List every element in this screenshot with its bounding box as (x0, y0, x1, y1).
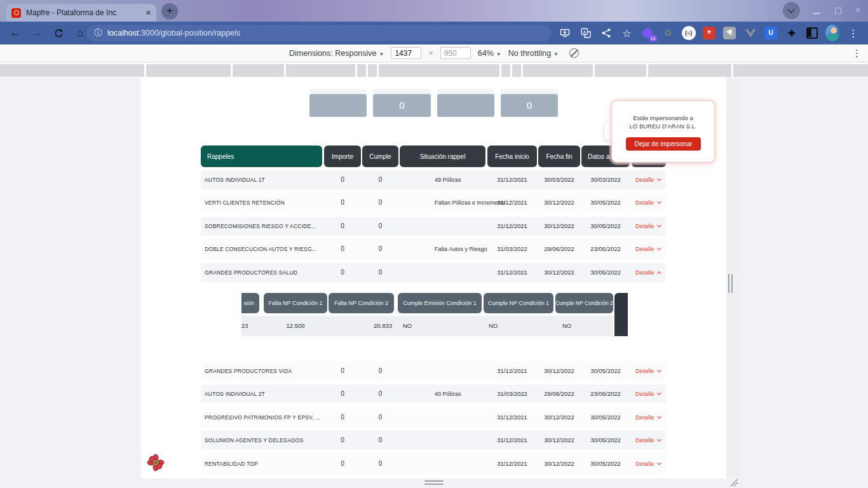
subtable-cell: NO (489, 316, 498, 336)
cell-name: SOLUNION AGENTES Y DELEGADOS (205, 431, 324, 450)
detalle-button[interactable]: Detalle (635, 263, 666, 282)
summary-box (437, 94, 494, 117)
column-header-situacion[interactable]: Situación rappel (400, 146, 485, 167)
rotate-disabled-icon[interactable] (569, 48, 579, 58)
zoom-dropdown[interactable]: 64%▼ (478, 49, 501, 58)
extension-pin-icon[interactable]: 11 (641, 26, 654, 40)
cell-importe: 0 (324, 454, 361, 473)
media-query-segment[interactable] (595, 64, 646, 77)
bookmark-star-icon[interactable]: ☆ (620, 26, 634, 40)
cell-fecha-fin: 29/06/2022 (538, 240, 580, 259)
media-query-segment[interactable] (523, 64, 593, 77)
viewport-resize-corner[interactable] (728, 477, 738, 487)
browser-menu-icon[interactable]: ⋮ (846, 26, 860, 40)
detalle-button[interactable]: Detalle (635, 454, 666, 473)
url-bar[interactable]: ⓘ localhost :3000/global-position/rappel… (86, 25, 552, 41)
media-query-segment[interactable] (733, 64, 868, 77)
share-icon[interactable] (599, 26, 613, 40)
cell-importe: 0 (324, 362, 361, 381)
table-row: DOBLE CONSECUCION AUTOS Y RIESG...00Falt… (201, 240, 666, 259)
media-query-segment[interactable] (648, 64, 731, 77)
window-maximize-button[interactable] (835, 8, 841, 14)
subtable-cell: NO (403, 316, 412, 336)
cell-datos: 30/05/2022 (581, 408, 630, 427)
column-header-fecha-fin[interactable]: Fecha fin (538, 146, 580, 167)
media-query-segment[interactable] (286, 64, 355, 77)
detalle-label: Detalle (635, 170, 654, 189)
recycle-extension-icon[interactable]: ♻ (661, 26, 675, 40)
bitwarden-extension-icon[interactable] (764, 26, 778, 40)
cell-importe: 0 (324, 408, 361, 427)
media-query-bar[interactable] (0, 63, 868, 78)
media-query-segment[interactable] (146, 64, 231, 77)
detalle-button[interactable]: Detalle (635, 384, 666, 403)
translate-icon[interactable]: A (579, 26, 593, 40)
detalle-button[interactable]: Detalle (635, 431, 666, 450)
subcolumn-header-cumple-np-1[interactable]: Cumple NP Condición 1 (484, 293, 553, 313)
caret-down-icon: ▼ (496, 51, 501, 57)
stop-impersonating-button[interactable]: Dejar de impersonar (626, 137, 701, 151)
width-input[interactable] (391, 47, 421, 59)
detalle-button[interactable]: Detalle (635, 217, 666, 236)
window-chevron-button[interactable] (783, 2, 800, 19)
subcolumn-header-cumple-np-2[interactable]: Cumple NP Condición 2 (555, 293, 613, 313)
query-devtools-flower-icon[interactable] (147, 454, 165, 471)
column-header-fecha-inicio[interactable]: Fecha inicio (487, 146, 537, 167)
cell-name: GRANDES PRODUCTORES VIDA (205, 362, 324, 381)
column-header-importe[interactable]: Importe (324, 146, 361, 167)
disabled-extension-icon[interactable] (722, 26, 736, 40)
dimensions-dropdown[interactable]: Dimensions: Responsive▼ (289, 49, 384, 58)
site-info-icon[interactable]: ⓘ (94, 27, 102, 39)
red-flower-extension-icon[interactable]: * (702, 26, 716, 40)
media-query-segment[interactable] (357, 64, 366, 77)
detalle-button[interactable]: Detalle (635, 170, 666, 189)
install-page-icon[interactable] (558, 26, 572, 40)
reload-button[interactable] (50, 22, 67, 44)
media-query-segment[interactable] (512, 64, 521, 77)
vue-devtools-icon[interactable] (743, 26, 757, 40)
detalle-label: Detalle (635, 431, 654, 450)
device-toolbar-menu-icon[interactable]: ⋮ (852, 48, 862, 59)
back-button[interactable]: ← (6, 22, 24, 44)
new-tab-button[interactable]: + (161, 3, 178, 20)
tab-close-icon[interactable]: ✕ (146, 9, 151, 17)
subcolumn-header-falta-np-2[interactable]: Falta NP Condición 2 (329, 293, 394, 313)
cell-fecha-fin: 29/06/2022 (538, 384, 580, 403)
browser-tab[interactable]: Mapfre - Plataforma de Inc ✕ (6, 4, 156, 22)
profile-avatar[interactable] (825, 26, 839, 40)
media-query-segment[interactable] (379, 64, 499, 77)
cell-name: RENTABILIDAD TOP (205, 454, 324, 473)
subcolumn-header-falta-np-1[interactable]: Falta NP Condición 1 (264, 293, 327, 313)
height-input[interactable] (440, 47, 471, 59)
subcolumn-header-cumple-emision-1[interactable]: Cumple Emisión Condición 1 (398, 293, 482, 313)
square-extension-icon[interactable] (805, 26, 819, 40)
media-query-segment[interactable] (0, 64, 144, 77)
window-close-button[interactable]: ✕ (855, 6, 860, 15)
black-star-extension-icon[interactable] (785, 26, 799, 40)
detalle-button[interactable]: Detalle (635, 240, 666, 259)
column-header-cumple[interactable]: Cumple (362, 146, 398, 167)
url-host: localhost (107, 29, 139, 37)
cell-cumple: 0 (362, 170, 398, 189)
detalle-label: Detalle (635, 217, 654, 236)
media-query-segment[interactable] (501, 64, 510, 77)
mapfre-favicon-icon (11, 8, 21, 18)
table-row: AUTOS INDIVIDUAL 1T0049 Pólizas31/12/202… (201, 170, 666, 189)
chevron-down-icon (657, 200, 661, 204)
cell-datos: 30/05/2022 (581, 263, 630, 282)
forward-button[interactable]: → (28, 22, 46, 44)
window-minimize-button[interactable] (813, 13, 820, 14)
column-header-rappeles[interactable]: Rappeles (201, 146, 322, 167)
braces-extension-icon[interactable]: {≡} (682, 26, 696, 40)
detalle-button[interactable]: Detalle (635, 193, 666, 212)
detalle-button[interactable]: Detalle (635, 362, 666, 381)
media-query-segment[interactable] (368, 64, 377, 77)
cell-datos: 23/06/2022 (581, 384, 630, 403)
cell-datos: 30/05/2022 (581, 193, 630, 212)
subcolumn-header-emision[interactable]: sión (241, 293, 259, 313)
media-query-segment[interactable] (233, 64, 284, 77)
detalle-label: Detalle (635, 240, 654, 259)
table-row: PROGRESIVO PATRIMONIOS FP Y EPSV, ...003… (201, 408, 666, 427)
detalle-button[interactable]: Detalle (635, 408, 666, 427)
throttling-dropdown[interactable]: No throttling▼ (508, 49, 559, 58)
